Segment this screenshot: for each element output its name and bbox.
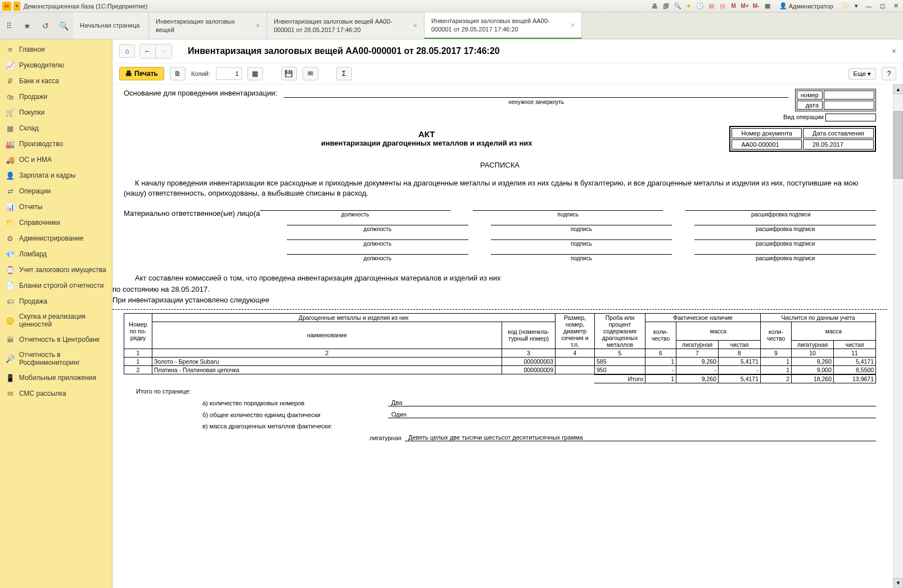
- pt-b-label: б) общее количество единиц фактически: [202, 411, 388, 418]
- email-button[interactable]: ✉: [302, 67, 318, 80]
- preview-button[interactable]: 🗎: [170, 67, 186, 80]
- sidebar-item-cb-report[interactable]: 🏛Отчетность в Центробанк: [0, 332, 112, 347]
- scroll-up-button[interactable]: ▲: [893, 84, 903, 94]
- cell: 2: [761, 374, 792, 383]
- phone-icon: 📱: [6, 373, 15, 382]
- sidebar-item-hr[interactable]: 👤Зарплата и кадры: [0, 168, 112, 183]
- sidebar-item-assets[interactable]: 🚚ОС и НМА: [0, 152, 112, 168]
- user-menu[interactable]: 👤 Администратор: [779, 2, 833, 10]
- cell: [555, 357, 594, 365]
- sig-sign-cap: подпись: [473, 211, 663, 218]
- app-menu-dropdown[interactable]: ▾: [13, 2, 20, 11]
- sidebar-item-label: Производство: [19, 140, 63, 148]
- calendar-icon[interactable]: ▦: [707, 2, 715, 10]
- th-name: наименование: [152, 322, 502, 349]
- toolbar: 🖶 Печать 🗎 Копий: ▦ 💾 ✉ Σ Еще ▾ ?: [112, 64, 903, 84]
- m-minus-button[interactable]: M-: [752, 2, 760, 10]
- help-button[interactable]: ?: [882, 67, 896, 80]
- cross-out-hint: ненужное зачеркнуть: [284, 99, 788, 105]
- vertical-scrollbar[interactable]: ▲ ▼: [893, 84, 903, 588]
- scroll-thumb[interactable]: [893, 111, 903, 179]
- dropdown-icon[interactable]: ▾: [852, 2, 860, 10]
- colnum: 1: [124, 349, 152, 357]
- sidebar-item-reports[interactable]: 📊Отчеты: [0, 199, 112, 215]
- home-button[interactable]: ⌂: [119, 44, 135, 58]
- sidebar-item-purchases[interactable]: 🛒Покупки: [0, 105, 112, 120]
- cell: 1: [645, 374, 676, 383]
- sidebar-item-forms[interactable]: 📄Бланки строгой отчетности: [0, 278, 112, 293]
- docdate-value: 28.05.2017: [803, 139, 874, 150]
- history-icon[interactable]: ↺: [40, 20, 51, 31]
- docdate-header: Дата составления: [803, 128, 874, 138]
- box-icon: ▦: [6, 124, 15, 133]
- page-totals-label: Итого по странице:: [124, 388, 202, 395]
- info-icon[interactable]: ⓘ: [841, 2, 849, 10]
- sidebar-item-bank[interactable]: ₽Банк и касса: [0, 73, 112, 89]
- basis-label: Основание для проведения инвентаризации:: [124, 89, 277, 97]
- sidebar-item-buying[interactable]: 🪙Скупка и реализация ценностей: [0, 309, 112, 332]
- sidebar-item-admin[interactable]: ⚙Администрирование: [0, 230, 112, 246]
- sidebar-item-label: Покупки: [19, 108, 44, 116]
- sidebar-item-manager[interactable]: 📈Руководителю: [0, 57, 112, 73]
- settings-button[interactable]: ▦: [247, 67, 263, 80]
- print-button[interactable]: 🖶 Печать: [119, 67, 164, 80]
- m-button[interactable]: M: [730, 2, 738, 10]
- search-icon[interactable]: 🔍: [58, 20, 70, 31]
- sig-sign-cap: подпись: [491, 255, 672, 261]
- clock-icon[interactable]: 🕓: [696, 2, 704, 10]
- sidebar-item-rfm-report[interactable]: 🔎Отчетность в Росфинмониторинг: [0, 347, 112, 370]
- sidebar-item-sales[interactable]: 🛍Продажи: [0, 89, 112, 105]
- toolbar-icon-1[interactable]: 🖶: [651, 2, 659, 10]
- tab-inventory-list[interactable]: Инвентаризация залоговых вещей ×: [149, 12, 267, 39]
- star-icon[interactable]: ★: [685, 2, 693, 10]
- sidebar-item-pawnshop[interactable]: 💎Ломбард: [0, 246, 112, 262]
- th-pure1: чистая: [718, 340, 760, 349]
- tab-inventory-doc-bg[interactable]: Инвентаризация залоговых вещей АА00-0000…: [267, 12, 425, 39]
- th-qty1: коли-чество: [645, 322, 676, 349]
- close-button[interactable]: ✕: [891, 2, 901, 10]
- sidebar-item-main[interactable]: ≡Главное: [0, 42, 112, 57]
- op-type-label: Вид операции: [783, 114, 824, 120]
- tab-inventory-doc-active[interactable]: Инвентаризация залоговых вещей АА00-0000…: [425, 12, 582, 39]
- th-assay: Проба или процент содержания драгоценных…: [594, 313, 645, 349]
- sidebar-item-operations[interactable]: ⇄Операции: [0, 183, 112, 199]
- tab-close-icon[interactable]: ×: [256, 22, 260, 30]
- sum-button[interactable]: Σ: [336, 67, 352, 80]
- forward-button[interactable]: →: [156, 44, 171, 58]
- more-button[interactable]: Еще ▾: [848, 68, 876, 80]
- calc-icon[interactable]: ▤: [719, 2, 726, 10]
- cell: 13,9671: [834, 374, 876, 383]
- sidebar-item-label: Продажа: [19, 297, 47, 305]
- sidebar-item-pledge[interactable]: ⌚Учет залогового имущества: [0, 262, 112, 278]
- favorite-icon[interactable]: ★: [22, 20, 33, 31]
- sidebar-item-warehouse[interactable]: ▦Склад: [0, 120, 112, 136]
- back-button[interactable]: ←: [140, 44, 156, 58]
- sidebar-item-dictionaries[interactable]: 📁Справочники: [0, 215, 112, 230]
- toolbar-icon-2[interactable]: 🗐: [662, 2, 670, 10]
- sidebar-item-mobile[interactable]: 📱Мобильные приложения: [0, 370, 112, 386]
- toolbar-icon-3[interactable]: 🔍: [674, 2, 681, 10]
- page-close-button[interactable]: ×: [892, 47, 896, 56]
- th-mass1: масса: [676, 322, 760, 340]
- copies-input[interactable]: [216, 67, 242, 80]
- save-button[interactable]: 💾: [281, 67, 297, 80]
- copies-label: Копий:: [191, 70, 210, 77]
- tab-close-icon[interactable]: ×: [571, 21, 575, 29]
- m-plus-button[interactable]: M+: [741, 2, 749, 10]
- sidebar-item-production[interactable]: 🏭Производство: [0, 136, 112, 152]
- minimize-button[interactable]: —: [864, 2, 874, 10]
- cell: 950: [594, 365, 645, 374]
- sidebar-item-sms[interactable]: ✉СМС рассылка: [0, 386, 112, 401]
- table-row: 1 Золото - Брелок Subaru 000000003 585 1…: [124, 357, 876, 365]
- tab-home[interactable]: Начальная страница: [73, 12, 149, 39]
- tab-close-icon[interactable]: ×: [413, 22, 417, 30]
- grid-icon[interactable]: ▦: [764, 2, 771, 10]
- sidebar-item-sale[interactable]: 🏷Продажа: [0, 293, 112, 309]
- apps-icon[interactable]: ⠿: [3, 20, 15, 31]
- side-date-label: дата: [797, 101, 823, 110]
- coins-icon: 🪙: [6, 316, 15, 325]
- maximize-button[interactable]: ◻: [877, 2, 887, 10]
- docnum-box: Номер документаДата составления АА00-000…: [729, 126, 876, 152]
- scroll-down-button[interactable]: ▼: [893, 578, 903, 588]
- th-metals: Драгоценные металлы и изделия из них: [152, 313, 556, 322]
